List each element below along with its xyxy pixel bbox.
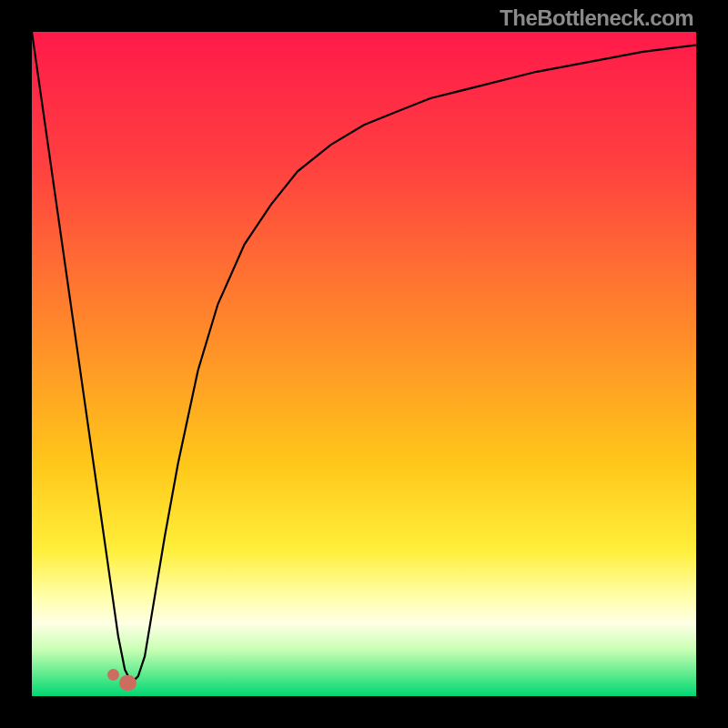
- curve-layer: [32, 32, 696, 696]
- highlight-segment: [119, 675, 136, 692]
- bottleneck-curve: [32, 32, 696, 682]
- plot-area: [32, 32, 696, 696]
- chart-frame: TheBottleneck.com: [0, 0, 728, 728]
- watermark-text: TheBottleneck.com: [500, 5, 693, 31]
